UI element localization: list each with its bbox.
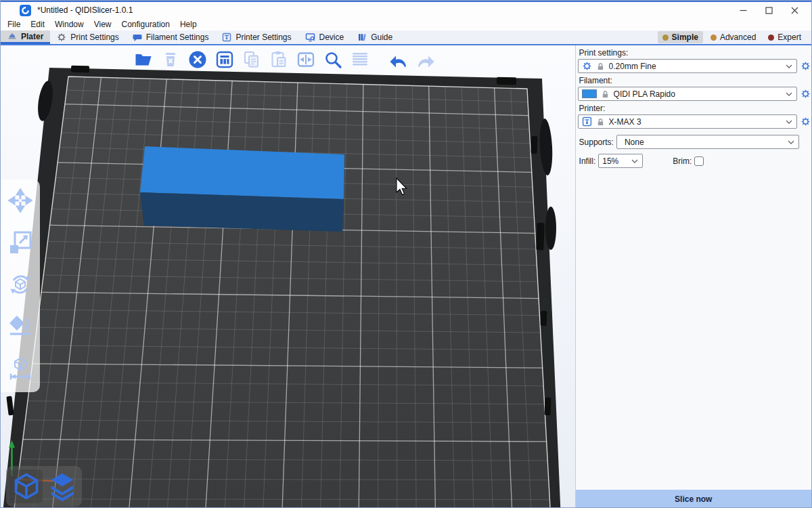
printer-label: Printer: — [579, 104, 811, 113]
menu-configuration[interactable]: Configuration — [120, 20, 177, 29]
print-settings-value: 0.20mm Fine — [609, 62, 782, 71]
search-button[interactable] — [323, 49, 342, 69]
preview-view-button[interactable] — [45, 469, 78, 503]
delete-button[interactable] — [160, 49, 180, 69]
preset-gear-icon — [582, 61, 592, 71]
rotate-tool-button[interactable] — [8, 272, 32, 299]
simple-dot-icon — [662, 35, 669, 41]
move-tool-button[interactable] — [8, 188, 32, 215]
guide-icon — [357, 33, 367, 42]
redo-button[interactable] — [415, 49, 435, 69]
menu-file[interactable]: File — [6, 20, 28, 29]
model-object[interactable] — [140, 146, 344, 232]
menu-edit[interactable]: Edit — [29, 20, 52, 29]
filament-label: Filament: — [579, 76, 811, 85]
tab-guide[interactable]: Guide — [351, 30, 399, 44]
close-button[interactable] — [782, 2, 807, 18]
menu-help[interactable]: Help — [179, 20, 204, 29]
print-settings-select[interactable]: 0.20mm Fine — [578, 59, 797, 73]
plater-icon — [7, 32, 17, 41]
brim-label: Brim: — [673, 156, 692, 166]
device-icon — [305, 33, 315, 42]
copy-button[interactable] — [242, 49, 261, 69]
printer-gear-button[interactable] — [800, 117, 811, 127]
bed-frame-corner — [545, 207, 556, 250]
tab-plater[interactable]: Plater — [1, 30, 50, 44]
settings-panel: Print settings: 0.20mm Fine Filament: — [575, 45, 811, 508]
mode-selector: Simple Advanced Expert — [658, 30, 811, 44]
menu-view[interactable]: View — [93, 20, 119, 29]
arrange-button[interactable] — [215, 49, 234, 69]
tab-filament-settings[interactable]: Filament Settings — [126, 30, 216, 44]
tab-print-settings[interactable]: Print Settings — [50, 30, 125, 44]
delete-all-button[interactable] — [187, 49, 207, 69]
minimize-button[interactable] — [730, 2, 756, 18]
infill-label: Infill: — [579, 156, 596, 166]
infill-value: 15% — [602, 156, 627, 166]
printer-select[interactable]: X-MAX 3 — [578, 114, 797, 129]
supports-select[interactable]: None — [616, 135, 799, 149]
window-title: *Untitled - QIDISlicer-1.0.1 — [37, 5, 133, 15]
supports-label: Supports: — [579, 137, 614, 147]
place-on-face-tool-button[interactable] — [8, 314, 32, 341]
side-toolbar — [1, 179, 40, 392]
viewport-toolbar — [133, 49, 435, 69]
chevron-down-icon — [786, 64, 792, 68]
menu-window[interactable]: Window — [53, 20, 91, 29]
tabbar: Plater Print Settings Filament Settings — [1, 30, 811, 45]
filament-icon — [133, 33, 142, 42]
infill-select[interactable]: 15% — [598, 154, 643, 168]
supports-value: None — [621, 137, 784, 147]
slice-now-button[interactable]: Slice now — [576, 490, 811, 508]
menubar: File Edit Window View Configuration Help — [1, 18, 811, 30]
view-switcher — [6, 466, 82, 507]
undo-button[interactable] — [388, 49, 408, 69]
filament-gear-button[interactable] — [800, 89, 811, 100]
chevron-down-icon — [786, 120, 792, 124]
printer-icon — [582, 117, 592, 127]
lock-icon — [596, 62, 605, 71]
chevron-down-icon — [786, 92, 792, 96]
split-button[interactable] — [296, 49, 315, 69]
paste-button[interactable] — [269, 49, 288, 69]
filament-color-swatch — [582, 89, 597, 98]
lock-icon — [596, 117, 605, 127]
open-button[interactable] — [133, 49, 153, 69]
tab-device[interactable]: Device — [298, 30, 351, 44]
3d-editor-view-button[interactable] — [9, 469, 43, 503]
maximize-button[interactable] — [756, 2, 782, 18]
3d-viewport[interactable] — [1, 45, 575, 508]
app-window: *Untitled - QIDISlicer-1.0.1 File Edit W… — [0, 0, 812, 508]
chevron-down-icon — [788, 140, 794, 144]
advanced-dot-icon — [710, 35, 717, 41]
filament-select[interactable]: QIDI PLA Rapido — [578, 87, 797, 101]
expert-dot-icon — [768, 35, 774, 41]
printer-icon — [222, 33, 231, 42]
print-settings-gear-button[interactable] — [800, 61, 811, 72]
brim-checkbox[interactable] — [694, 156, 704, 166]
lock-icon — [601, 89, 610, 99]
scale-tool-button[interactable] — [8, 230, 32, 257]
layer-list-button[interactable] — [350, 49, 369, 69]
mode-expert[interactable]: Expert — [763, 31, 806, 43]
mode-advanced[interactable]: Advanced — [706, 31, 761, 43]
filament-value: QIDI PLA Rapido — [614, 89, 782, 99]
printer-value: X-MAX 3 — [609, 117, 782, 127]
mode-simple[interactable]: Simple — [658, 31, 703, 43]
gear-icon — [57, 33, 66, 42]
tab-printer-settings[interactable]: Printer Settings — [215, 30, 298, 44]
titlebar: *Untitled - QIDISlicer-1.0.1 — [1, 1, 811, 18]
measure-tool-button[interactable] — [8, 356, 32, 383]
print-bed-scene[interactable] — [1, 45, 575, 508]
print-settings-label: Print settings: — [579, 48, 811, 58]
chevron-down-icon — [631, 159, 638, 163]
app-logo-icon — [20, 5, 31, 16]
